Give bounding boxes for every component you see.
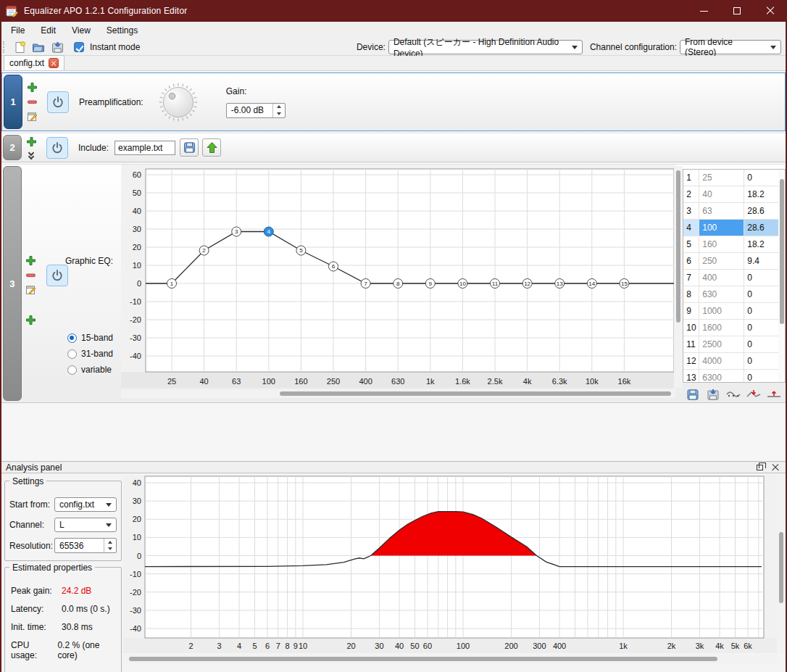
remove-filter-icon[interactable]	[27, 96, 38, 107]
band-table[interactable]: 125024018.236328.6410028.6516018.262509.…	[683, 169, 786, 383]
edit-row-icon[interactable]	[25, 284, 36, 295]
spin-down-button[interactable]	[104, 546, 116, 553]
filter-row-preamp[interactable]: 1 Preamplification: Gain:	[1, 72, 786, 131]
band-table-cell[interactable]: 7	[683, 270, 699, 286]
band-table-cell[interactable]: 5	[683, 236, 699, 252]
band-table-cell[interactable]: 160	[699, 236, 744, 252]
band-table-row[interactable]: 62509.4	[683, 253, 785, 270]
eq-vertical-scrollbar[interactable]	[674, 166, 683, 388]
band-table-cell[interactable]: 8	[683, 286, 699, 302]
menu-item-view[interactable]: View	[64, 23, 99, 38]
scrollbar-thumb[interactable]	[129, 657, 717, 661]
band-table-cell[interactable]: 100	[699, 220, 744, 236]
band-table-row[interactable]: 1125000	[683, 336, 785, 353]
table-vertical-scrollbar[interactable]	[778, 170, 785, 382]
band-table-cell[interactable]: 25	[699, 170, 744, 186]
include-open-button[interactable]	[180, 138, 199, 157]
instant-mode-checkbox[interactable]	[74, 42, 84, 52]
channel-select[interactable]: L	[54, 518, 117, 532]
scrollbar-thumb[interactable]	[780, 179, 784, 324]
band-table-cell[interactable]: 4	[683, 220, 699, 236]
new-file-button[interactable]	[12, 40, 28, 54]
float-panel-button[interactable]	[754, 462, 766, 473]
band-table-row[interactable]: 1250	[683, 170, 785, 186]
band-table-cell[interactable]: 13	[683, 370, 699, 383]
save-file-button[interactable]	[49, 40, 65, 54]
close-panel-button[interactable]	[769, 462, 781, 473]
append-filter-button[interactable]	[25, 315, 36, 325]
maximize-button[interactable]	[720, 0, 754, 22]
channel-config-select[interactable]: From device (Stereo)	[680, 40, 781, 54]
power-toggle[interactable]	[46, 265, 68, 286]
tab-config-txt[interactable]: config.txt	[4, 55, 64, 70]
band-table-cell[interactable]: 12	[683, 353, 699, 369]
band-table-cell[interactable]: 11	[683, 336, 699, 352]
add-filter-icon[interactable]	[27, 82, 38, 93]
analysis-chart[interactable]: 403020100-10-20-30-402345678910203040506…	[123, 475, 786, 672]
band-table-cell[interactable]: 1000	[699, 303, 744, 319]
band-table-cell[interactable]: 2	[683, 186, 699, 202]
resolution-spinbox[interactable]: 65536	[54, 538, 117, 553]
add-filter-icon[interactable]	[25, 255, 36, 266]
menu-item-settings[interactable]: Settings	[99, 23, 146, 38]
band-table-row[interactable]: 86300	[683, 286, 785, 303]
band-radio-31[interactable]: 31-band	[67, 349, 113, 359]
band-table-cell[interactable]: 6	[683, 253, 699, 269]
band-table-cell[interactable]: 10	[683, 320, 699, 336]
normalize-peak-button[interactable]	[745, 386, 762, 402]
band-table-row[interactable]: 1363000	[683, 370, 785, 383]
band-table-row[interactable]: 74000	[683, 270, 785, 286]
eq-horizontal-scrollbar[interactable]	[121, 389, 675, 398]
band-radio-15[interactable]: 15-band	[67, 333, 113, 343]
band-table-row[interactable]: 410028.6	[683, 220, 785, 236]
band-table-cell[interactable]: 1600	[699, 320, 744, 336]
band-table-row[interactable]: 24018.2	[683, 186, 785, 203]
menu-item-edit[interactable]: Edit	[33, 23, 64, 38]
band-table-row[interactable]: 516018.2	[683, 236, 785, 253]
open-file-button[interactable]	[30, 40, 46, 54]
row-number[interactable]: 3	[3, 166, 22, 401]
band-table-cell[interactable]: 3	[683, 203, 699, 219]
flatten-response-button[interactable]	[725, 386, 742, 402]
band-table-row[interactable]: 1016000	[683, 320, 785, 336]
start-from-select[interactable]: config.txt	[54, 497, 117, 512]
minimize-button[interactable]	[687, 0, 720, 22]
band-table-cell[interactable]: 63	[699, 203, 744, 219]
band-radio-variable[interactable]: variable	[67, 365, 113, 375]
band-table-row[interactable]: 36328.6	[683, 203, 785, 220]
import-response-button[interactable]	[684, 386, 701, 402]
include-open-editor-button[interactable]	[202, 138, 221, 157]
scrollbar-thumb[interactable]	[676, 170, 680, 323]
export-response-button[interactable]	[704, 386, 722, 402]
normalize-offset-button[interactable]	[765, 386, 783, 402]
band-table-cell[interactable]: 4000	[699, 353, 744, 369]
band-table-cell[interactable]: 1	[683, 170, 699, 186]
band-table-cell[interactable]: 2500	[699, 336, 744, 352]
analysis-vertical-scrollbar[interactable]	[777, 475, 786, 653]
tab-close-icon[interactable]	[49, 58, 59, 68]
band-table-cell[interactable]: 630	[699, 286, 744, 302]
band-table-cell[interactable]: 40	[699, 186, 744, 202]
toolbar-drag-handle[interactable]	[3, 41, 7, 53]
add-filter-icon[interactable]	[26, 136, 37, 147]
device-select[interactable]: Default (スピーカー - High Definition Audio D…	[388, 40, 583, 54]
filter-row-include[interactable]: 2 Include: example.txt	[1, 133, 786, 162]
filter-row-graphic-eq[interactable]: 3	[1, 164, 786, 403]
band-table-cell[interactable]: 6300	[699, 370, 744, 383]
close-button[interactable]	[754, 0, 787, 22]
band-table-cell[interactable]: 250	[699, 253, 744, 269]
remove-filter-icon[interactable]	[25, 270, 36, 281]
include-filename-input[interactable]: example.txt	[114, 141, 175, 155]
band-table-row[interactable]: 910000	[683, 303, 785, 320]
edit-row-icon[interactable]	[27, 111, 38, 122]
scrollbar-thumb[interactable]	[280, 391, 671, 396]
row-number[interactable]: 1	[4, 75, 22, 129]
gain-spinbox[interactable]: -6.00 dB	[226, 103, 286, 118]
power-toggle[interactable]	[47, 91, 69, 113]
spin-down-button[interactable]	[273, 110, 285, 117]
menu-item-file[interactable]: File	[3, 23, 33, 38]
collapse-rows-icon[interactable]	[27, 151, 36, 159]
row-number[interactable]: 2	[3, 135, 22, 160]
spin-up-button[interactable]	[104, 539, 116, 546]
band-table-cell[interactable]: 9	[683, 303, 699, 319]
